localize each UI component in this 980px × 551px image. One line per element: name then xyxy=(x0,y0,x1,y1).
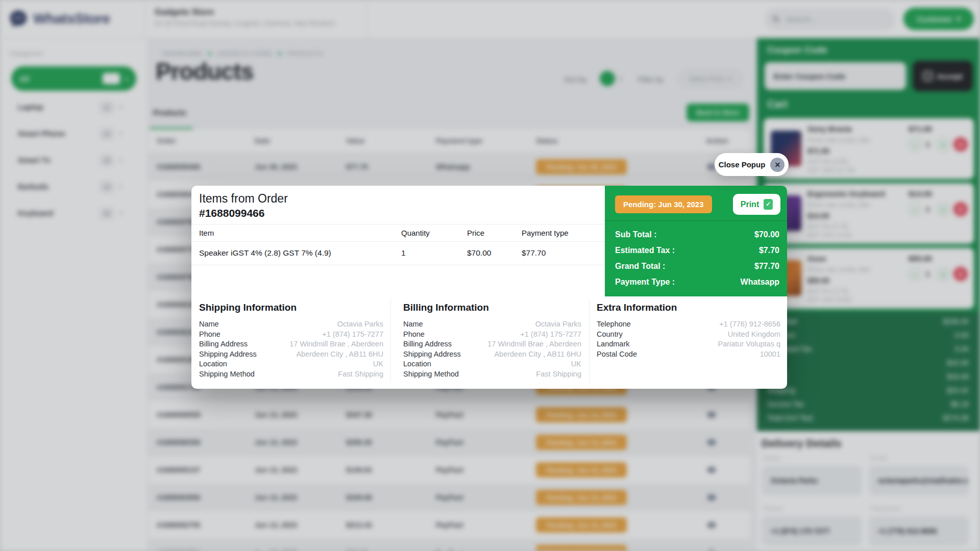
info-label: Shipping Method xyxy=(199,370,255,380)
summary-row: Estimated Tax : $7.70 xyxy=(605,242,787,258)
print-button[interactable]: Print ✓ xyxy=(733,194,780,215)
info-label: Phone xyxy=(403,330,425,340)
info-row: Landmark Pariatur Voluptas q xyxy=(597,340,780,350)
info-row: Shipping Address Aberdeen City , AB11 6H… xyxy=(199,350,383,360)
info-row: Shipping Method Fast Shipping xyxy=(403,370,581,380)
print-button-label: Print xyxy=(741,200,759,209)
info-value: 17 Windmill Brae , Aberdeen xyxy=(487,340,581,350)
info-row: Name Octavia Parks xyxy=(199,320,383,330)
order-item-name: Speaker iGST 4% (2.8) GST 7% (4.9) xyxy=(199,248,331,258)
info-label: Billing Address xyxy=(199,340,248,350)
info-row: Billing Address 17 Windmill Brae , Aberd… xyxy=(403,340,581,350)
billing-information: Billing Information Name Octavia Parks P… xyxy=(403,302,581,380)
info-label: Shipping Address xyxy=(199,350,257,360)
info-value: UK xyxy=(571,360,581,370)
info-label: Telephone xyxy=(597,320,631,330)
col-header-item: Item xyxy=(199,229,214,237)
info-label: Landmark xyxy=(597,340,629,350)
info-value: Octavia Parks xyxy=(337,320,383,330)
info-label: Phone xyxy=(199,330,220,340)
info-row: Location UK xyxy=(199,360,383,370)
order-items-table-header: Item Quantity Price Payment type xyxy=(191,224,605,242)
summary-value: $70.00 xyxy=(754,230,779,239)
info-row: Name Octavia Parks xyxy=(403,320,581,330)
info-value: 10001 xyxy=(760,350,780,360)
order-summary-panel: Pending: Jun 30, 2023 Print ✓ Sub Total … xyxy=(605,186,787,296)
info-value: UK xyxy=(373,360,383,370)
info-row: Phone +1 (874) 175-7277 xyxy=(199,330,383,340)
info-value: 17 Windmill Brae , Aberdeen xyxy=(289,340,383,350)
summary-rows: Sub Total : $70.00 Estimated Tax : $7.70… xyxy=(605,227,787,290)
info-value: +1 (874) 175-7277 xyxy=(322,330,383,340)
extra-information: Extra Information Telephone +1 (776) 912… xyxy=(597,302,780,360)
summary-label: Sub Total : xyxy=(615,230,656,239)
order-item-row: Speaker iGST 4% (2.8) GST 7% (4.9) 1 $70… xyxy=(191,242,605,265)
extra-information-heading: Extra Information xyxy=(597,302,780,313)
close-popup-label: Close Popup xyxy=(719,160,766,169)
info-value: Aberdeen City , AB11 6HU xyxy=(494,350,581,360)
summary-value: $77.70 xyxy=(754,262,779,271)
modal-title: Items from Order xyxy=(199,192,288,206)
summary-label: Grand Total : xyxy=(615,262,665,271)
summary-row: Payment Type : Whatsapp xyxy=(605,274,787,290)
order-status-badge: Pending: Jun 30, 2023 xyxy=(615,195,712,213)
info-divider xyxy=(390,299,391,383)
info-value: +1 (776) 912-8656 xyxy=(719,320,780,330)
info-label: Shipping Address xyxy=(403,350,461,360)
close-popup-button[interactable]: Close Popup ✕ xyxy=(715,153,789,176)
info-row: Telephone +1 (776) 912-8656 xyxy=(597,320,780,330)
order-items-table: Item Quantity Price Payment type Speaker… xyxy=(191,224,605,265)
col-header-payment-type: Payment type xyxy=(522,229,569,237)
info-value: Fast Shipping xyxy=(536,370,581,380)
info-row: Postal Code 10001 xyxy=(597,350,780,360)
info-value: Pariatur Voluptas q xyxy=(718,340,780,350)
close-icon: ✕ xyxy=(770,158,785,172)
info-label: Country xyxy=(597,330,623,340)
info-row: Country United Kingdom xyxy=(597,330,780,340)
summary-label: Payment Type : xyxy=(615,278,675,287)
info-label: Name xyxy=(199,320,219,330)
info-label: Shipping Method xyxy=(403,370,459,380)
clipboard-check-icon: ✓ xyxy=(764,199,773,210)
info-value: United Kingdom xyxy=(728,330,780,340)
info-row: Phone +1 (874) 175-7277 xyxy=(403,330,581,340)
app-screen: WhatsStore Gadgets Store 31-33 Pond Road… xyxy=(0,0,980,551)
info-label: Postal Code xyxy=(597,350,637,360)
modal-order-id: #1688099466 xyxy=(199,207,264,219)
info-value: Aberdeen City , AB11 6HU xyxy=(296,350,383,360)
summary-value: $7.70 xyxy=(759,246,779,255)
summary-label: Estimated Tax : xyxy=(615,246,675,255)
info-row: Location UK xyxy=(403,360,581,370)
summary-row: Grand Total : $77.70 xyxy=(605,258,787,274)
summary-row: Sub Total : $70.00 xyxy=(605,227,787,242)
order-item-qty: 1 xyxy=(401,248,406,258)
order-item-total: $77.70 xyxy=(522,248,546,258)
order-items-modal: Items from Order #1688099466 Pending: Ju… xyxy=(191,186,787,389)
col-header-quantity: Quantity xyxy=(401,229,430,237)
info-label: Name xyxy=(403,320,423,330)
info-row: Shipping Method Fast Shipping xyxy=(199,370,383,380)
info-value: +1 (874) 175-7277 xyxy=(520,330,581,340)
info-value: Fast Shipping xyxy=(338,370,383,380)
info-label: Location xyxy=(403,360,431,370)
summary-divider xyxy=(605,220,787,221)
shipping-information: Shipping Information Name Octavia Parks … xyxy=(199,302,383,380)
shipping-information-heading: Shipping Information xyxy=(199,302,383,313)
info-divider xyxy=(589,299,590,383)
col-header-price: Price xyxy=(467,229,484,237)
order-item-price: $70.00 xyxy=(467,248,491,258)
info-row: Billing Address 17 Windmill Brae , Aberd… xyxy=(199,340,383,350)
billing-information-heading: Billing Information xyxy=(403,302,581,313)
info-label: Billing Address xyxy=(403,340,452,350)
info-label: Location xyxy=(199,360,227,370)
summary-value: Whatsapp xyxy=(741,278,779,287)
info-row: Shipping Address Aberdeen City , AB11 6H… xyxy=(403,350,581,360)
info-value: Octavia Parks xyxy=(535,320,581,330)
